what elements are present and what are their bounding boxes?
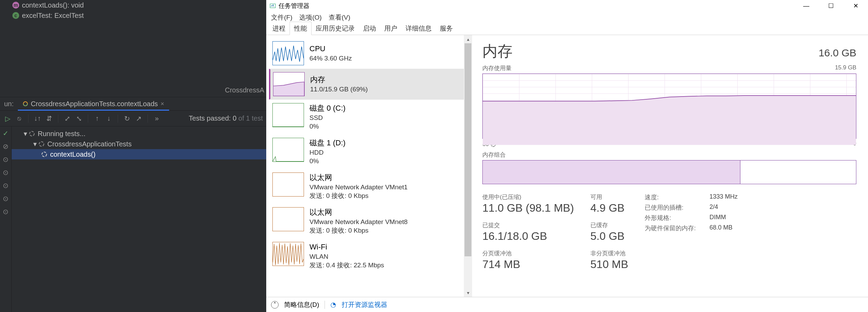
- perf-line2: 11.0/15.9 GB (69%): [310, 85, 368, 94]
- run-icon: [23, 101, 28, 107]
- ide-pane: m contextLoads(): void c excelTest: Exce…: [0, 0, 266, 312]
- run-tab-label: CrossdressApplicationTests.contextLoads: [31, 100, 158, 108]
- ethernet-thumb-icon: [272, 207, 304, 231]
- perf-item-text: 以太网 VMware Network Adapter VMnet1 发送: 0 …: [309, 172, 408, 200]
- svg-marker-6: [483, 96, 856, 145]
- export-icon[interactable]: ↗: [134, 114, 143, 123]
- stat-paged: 分页缓冲池 714 MB: [482, 249, 574, 271]
- divider: [28, 114, 28, 123]
- tab-app-history[interactable]: 应用历史记录: [312, 22, 359, 35]
- ok-icon[interactable]: ✓: [3, 129, 9, 137]
- run-tool-tabs: un: CrossdressApplicationTests.contextLo…: [0, 97, 266, 111]
- tab-services[interactable]: 服务: [436, 22, 457, 35]
- scroll-up-icon[interactable]: ▴: [464, 35, 472, 43]
- dot-icon[interactable]: ⊙: [3, 208, 9, 216]
- perf-line3: 发送: 0.4 接收: 22.5 Mbps: [309, 261, 384, 270]
- tab-performance[interactable]: 性能: [290, 22, 312, 35]
- tab-startup[interactable]: 启动: [359, 22, 380, 35]
- stat-value: 5.0 GB: [590, 230, 628, 243]
- structure-tree: m contextLoads(): void c excelTest: Exce…: [0, 0, 266, 21]
- compo-used: [483, 160, 740, 184]
- stat-value: 16.1/18.0 GB: [482, 230, 574, 243]
- dot-icon[interactable]: ⊙: [3, 168, 9, 177]
- close-button[interactable]: ✕: [843, 0, 868, 12]
- expand-icon[interactable]: ⤢: [63, 114, 71, 123]
- perf-item-eth1[interactable]: 以太网 VMware Network Adapter VMnet1 发送: 0 …: [269, 169, 472, 204]
- disk-thumb-icon: [272, 138, 304, 162]
- kv-key: 为硬件保留的内存:: [645, 224, 696, 232]
- perf-line2: WLAN: [309, 252, 384, 261]
- open-resource-monitor[interactable]: 打开资源监视器: [342, 300, 387, 309]
- class-icon: c: [12, 12, 19, 19]
- detail-total: 16.0 GB: [819, 47, 856, 59]
- caret-down-icon: ▾: [32, 140, 38, 148]
- perf-item-disk1[interactable]: 磁盘 1 (D:) HDD 0%: [269, 134, 472, 169]
- dot-icon[interactable]: ⊙: [3, 181, 9, 190]
- brief-link[interactable]: 简略信息(D): [284, 300, 319, 309]
- perf-line3: 0%: [309, 122, 345, 131]
- perf-item-eth8[interactable]: 以太网 VMware Network Adapter VMnet8 发送: 0 …: [269, 204, 472, 238]
- menu-view[interactable]: 查看(V): [329, 13, 350, 22]
- tab-processes[interactable]: 进程: [268, 22, 290, 35]
- close-icon[interactable]: ×: [161, 100, 164, 108]
- run-label: un:: [0, 100, 18, 108]
- menu-options[interactable]: 选项(O): [299, 13, 321, 22]
- scrollbar[interactable]: ▴ ▾: [464, 35, 472, 297]
- detail-title: 内存: [482, 41, 513, 62]
- menu-bar: 文件(F) 选项(O) 查看(V): [266, 12, 868, 23]
- collapse-icon[interactable]: ˄: [271, 301, 279, 309]
- kv-value: 2/4: [709, 203, 738, 212]
- test-status: Tests passed: 0 of 1 test: [189, 114, 263, 122]
- tab-users[interactable]: 用户: [380, 22, 401, 35]
- history-icon[interactable]: ↻: [123, 114, 131, 123]
- scroll-down-icon[interactable]: ▾: [464, 289, 472, 297]
- dot-icon[interactable]: ⊙: [3, 194, 9, 203]
- structure-item-class[interactable]: c excelTest: ExcelTest: [0, 10, 266, 21]
- run-config-tab[interactable]: CrossdressApplicationTests.contextLoads …: [18, 97, 169, 110]
- perf-item-disk0[interactable]: 磁盘 0 (C:) SSD 0%: [269, 100, 472, 134]
- test-root[interactable]: ▾ Running tests...: [12, 129, 266, 139]
- tab-details[interactable]: 详细信息: [401, 22, 436, 35]
- perf-item-wifi[interactable]: Wi-Fi WLAN 发送: 0.4 接收: 22.5 Mbps: [269, 238, 472, 273]
- dot-icon[interactable]: ⊙: [3, 155, 9, 164]
- test-body: ✓ ⊘ ⊙ ⊙ ⊙ ⊙ ⊙ ▾ Running tests... ▾ Cross…: [0, 126, 266, 312]
- test-tree: ▾ Running tests... ▾ CrossdressApplicati…: [12, 126, 266, 312]
- dot-icon[interactable]: ⊘: [3, 142, 9, 151]
- perf-line2: 64% 3.60 GHz: [309, 54, 352, 63]
- perf-item-memory[interactable]: 内存 11.0/15.9 GB (69%): [269, 69, 472, 100]
- perf-item-text: CPU 64% 3.60 GHz: [309, 41, 352, 65]
- structure-item-method[interactable]: m contextLoads(): void: [0, 0, 266, 10]
- test-case[interactable]: contextLoads(): [12, 149, 266, 159]
- test-suite[interactable]: ▾ CrossdressApplicationTests: [12, 139, 266, 149]
- maximize-button[interactable]: ☐: [819, 0, 843, 12]
- stat-label: 已提交: [482, 221, 574, 229]
- scrollbar-thumb[interactable]: [465, 43, 471, 256]
- sort-icon[interactable]: ↓↑: [33, 114, 42, 122]
- title-bar[interactable]: 任务管理器 — ☐ ✕: [266, 0, 868, 12]
- rerun-icon[interactable]: ▷: [3, 114, 12, 123]
- stop-icon[interactable]: ⍉: [15, 114, 23, 122]
- method-icon: m: [12, 2, 19, 9]
- breadcrumb: CrossdressA: [225, 86, 264, 94]
- kv-key: 速度:: [645, 193, 696, 201]
- task-manager-window: 任务管理器 — ☐ ✕ 文件(F) 选项(O) 查看(V) 进程 性能 应用历史…: [266, 0, 868, 312]
- collapse-icon[interactable]: ⤡: [75, 114, 83, 123]
- next-icon[interactable]: ↓: [105, 114, 113, 122]
- perf-item-text: 磁盘 1 (D:) HDD 0%: [309, 138, 345, 166]
- perf-item-cpu[interactable]: CPU 64% 3.60 GHz: [269, 38, 472, 69]
- test-root-label: Running tests...: [38, 130, 85, 138]
- more-icon[interactable]: »: [153, 114, 161, 122]
- memory-chart: [482, 74, 856, 139]
- stat-value: 510 MB: [590, 258, 628, 271]
- stat-in-use: 使用中(已压缩) 11.0 GB (98.1 MB): [482, 193, 574, 214]
- menu-file[interactable]: 文件(F): [271, 13, 292, 22]
- usage-max: 15.9 GB: [835, 64, 856, 72]
- prev-icon[interactable]: ↑: [93, 114, 101, 122]
- stat-cached: 已缓存 5.0 GB: [590, 221, 628, 243]
- perf-line2: SSD: [309, 113, 345, 122]
- divider: [58, 114, 58, 123]
- filter-icon[interactable]: ⇵: [45, 114, 53, 123]
- perf-line3: 发送: 0 接收: 0 Kbps: [309, 226, 408, 235]
- ethernet-thumb-icon: [272, 172, 304, 197]
- minimize-button[interactable]: —: [794, 0, 819, 12]
